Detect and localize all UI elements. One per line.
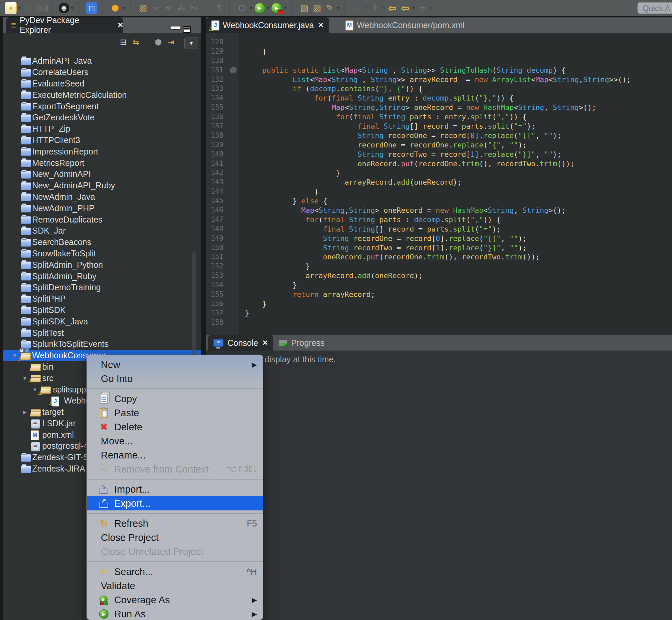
- line-number[interactable]: 156: [206, 299, 235, 309]
- tree-row[interactable]: SDK_Jar: [3, 225, 201, 237]
- line-number[interactable]: 151: [206, 252, 235, 262]
- tree-row[interactable]: New_AdminAPI_Ruby: [3, 180, 201, 191]
- tree-row[interactable]: SplunkToSplitEvents: [3, 339, 201, 350]
- line-number[interactable]: 139: [206, 141, 235, 150]
- line-number[interactable]: 146: [206, 206, 235, 215]
- line-number[interactable]: 140: [206, 150, 235, 159]
- menu-item-paste[interactable]: Paste: [87, 406, 263, 420]
- tab-console[interactable]: ≡ Console ✕: [208, 335, 273, 351]
- tree-scrollbar[interactable]: [192, 252, 196, 366]
- line-number[interactable]: 142: [206, 168, 235, 177]
- menu-item-go-into[interactable]: Go Into: [87, 372, 263, 386]
- code-editor[interactable]: − 128129 }130131 public static List<Map<…: [206, 33, 672, 335]
- line-number[interactable]: 132: [206, 75, 235, 85]
- tree-row[interactable]: SplitPHP: [3, 293, 201, 305]
- quick-access-input[interactable]: Quick A: [637, 2, 672, 14]
- menu-item-run-as[interactable]: ▶Run As▶: [87, 607, 263, 620]
- tree-row[interactable]: HTTP_Zip: [3, 123, 201, 135]
- new-wizard-icon[interactable]: ✦▼: [5, 2, 21, 14]
- skip-breakpoints-icon[interactable]: ⬡▼: [237, 2, 253, 14]
- menu-item-new[interactable]: New▶: [87, 358, 263, 372]
- line-number[interactable]: 148: [206, 224, 235, 234]
- collapse-arrow-icon[interactable]: ▼: [11, 353, 18, 358]
- tree-row[interactable]: SplitAdmin_Ruby: [3, 270, 201, 282]
- expand-arrow-icon[interactable]: ▶: [21, 409, 28, 415]
- line-number[interactable]: 149: [206, 234, 235, 243]
- tree-row[interactable]: NewAdmin_Java: [3, 191, 201, 203]
- line-number[interactable]: 129: [206, 47, 235, 56]
- tree-row[interactable]: MetricsReport: [3, 157, 201, 168]
- back-icon[interactable]: ⇦▼: [399, 2, 415, 14]
- collapse-arrow-icon[interactable]: ▼: [21, 375, 28, 381]
- run-external-tools-dropdown-icon[interactable]: ▼: [283, 6, 287, 10]
- menu-item-delete[interactable]: ✖Delete: [87, 420, 263, 434]
- line-number[interactable]: 150: [206, 243, 235, 253]
- close-icon[interactable]: ✕: [318, 21, 324, 29]
- line-number[interactable]: 157: [206, 309, 235, 318]
- tree-row[interactable]: RemoveDuplicates: [3, 214, 201, 225]
- line-number[interactable]: 147: [206, 215, 235, 224]
- tree-row[interactable]: EvaluateSeed: [3, 78, 201, 90]
- line-number[interactable]: 145: [206, 196, 235, 206]
- tree-row[interactable]: SplitAdmin_Python: [3, 259, 201, 270]
- menu-item-close-project[interactable]: Close Project: [87, 530, 263, 545]
- line-number[interactable]: 130: [206, 56, 235, 66]
- run-icon[interactable]: ▶▼: [254, 3, 270, 14]
- tree-row[interactable]: ExecuteMetricCalculation: [3, 89, 201, 101]
- tree-row[interactable]: SplitSDK: [3, 305, 201, 316]
- tree-row[interactable]: CorrelateUsers: [3, 67, 201, 78]
- tree-row[interactable]: SnowflakeToSplit: [3, 248, 201, 259]
- menu-item-rename[interactable]: Rename...: [87, 448, 263, 462]
- collapse-arrow-icon[interactable]: ▼: [32, 387, 38, 393]
- tree-row[interactable]: HTTPClient3: [3, 135, 201, 146]
- line-number[interactable]: 154: [206, 280, 235, 290]
- focus-on-active-task-icon[interactable]: ⇥: [168, 38, 174, 47]
- tree-row[interactable]: GetZendeskVote: [3, 112, 201, 123]
- maximize-button[interactable]: [183, 26, 191, 33]
- last-edit-location-icon[interactable]: ⇦: [387, 2, 398, 14]
- line-number[interactable]: 144: [206, 187, 235, 196]
- menu-item-search[interactable]: ✎Search...^H: [87, 565, 263, 579]
- open-task-folder-icon[interactable]: ▨: [298, 2, 310, 14]
- debug-dropdown-icon[interactable]: ▼: [122, 6, 126, 10]
- highlighter-dropdown-icon[interactable]: ▼: [336, 6, 340, 10]
- fold-collapse-icon[interactable]: −: [230, 67, 236, 73]
- tab-webhookconsumer-java[interactable]: J ⚠ WebhookConsumer.java ✕: [206, 17, 329, 33]
- back-dropdown-icon[interactable]: ▼: [412, 6, 415, 10]
- tree-row[interactable]: SplitDemoTraining: [3, 282, 201, 293]
- menu-item-move[interactable]: Move...: [87, 434, 263, 448]
- close-icon[interactable]: ✕: [117, 21, 123, 29]
- menu-item-export[interactable]: ↗Export...: [87, 496, 263, 510]
- line-number[interactable]: 143: [206, 177, 235, 187]
- export-with-file-dropdown-icon[interactable]: ▼: [382, 6, 385, 10]
- menu-item-refresh[interactable]: ↻RefreshF5: [87, 516, 263, 530]
- highlighter-icon[interactable]: ✎▼: [324, 2, 340, 14]
- tree-row[interactable]: SplitTest: [3, 327, 201, 339]
- minimize-button[interactable]: [171, 26, 180, 30]
- run-external-tools-icon[interactable]: ▶▼: [271, 3, 287, 14]
- line-number[interactable]: 141: [206, 159, 235, 168]
- packages-icon[interactable]: ⬢: [155, 38, 162, 47]
- collapse-all-icon[interactable]: ⊟: [120, 38, 127, 47]
- tab-webhookconsumer-pom-xml[interactable]: M WebhookConsumer/pom.xml: [340, 17, 474, 33]
- tree-row[interactable]: SearchBeacons: [3, 237, 201, 248]
- console-view-icon[interactable]: ▤: [86, 2, 98, 14]
- user-profile-dropdown-icon[interactable]: ▼: [70, 6, 74, 10]
- menu-item-coverage-as[interactable]: ▶Coverage As▶: [87, 593, 263, 607]
- user-profile-icon[interactable]: ☻▼: [59, 3, 74, 13]
- tree-row[interactable]: ImpressionReport: [3, 146, 201, 157]
- tree-row[interactable]: SplitSDK_Java: [3, 316, 201, 327]
- line-number[interactable]: 155: [206, 290, 235, 299]
- skip-breakpoints-dropdown-icon[interactable]: ▼: [249, 6, 253, 10]
- line-number[interactable]: 133: [206, 84, 235, 94]
- tree-row[interactable]: New_AdminAPI: [3, 168, 201, 180]
- tree-row[interactable]: ExportToSegment: [3, 101, 201, 112]
- menu-item-copy[interactable]: Copy: [87, 392, 263, 406]
- tree-row[interactable]: NewAdmin_PHP: [3, 202, 201, 214]
- tree-row[interactable]: AdminAPI_Java: [3, 55, 201, 67]
- forward-dropdown-icon[interactable]: ▼: [429, 6, 433, 10]
- line-number[interactable]: 152: [206, 262, 235, 271]
- view-menu-button[interactable]: ▼: [184, 38, 198, 49]
- run-dropdown-icon[interactable]: ▼: [266, 6, 270, 10]
- new-wizard-dropdown-icon[interactable]: ▼: [18, 6, 21, 10]
